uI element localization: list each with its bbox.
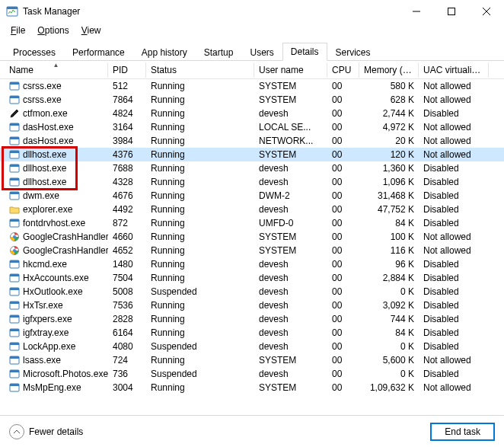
menu-options[interactable]: Options [33,24,73,37]
table-row[interactable]: igfxpers.exe2828Runningdevesh00744 KDisa… [0,312,504,326]
process-icon [9,163,20,174]
table-row[interactable]: hkcmd.exe1480Runningdevesh0096 KDisabled [0,257,504,271]
svg-rect-23 [10,219,19,222]
svg-rect-17 [10,164,19,167]
svg-rect-9 [10,96,19,98]
process-uac: Disabled [419,174,489,190]
table-row[interactable]: GoogleCrashHandler...4660RunningSYSTEM00… [0,230,504,244]
process-user: UMFD-0 [254,216,327,231]
process-memory: 2,884 K [359,270,419,286]
process-pid: 4376 [108,147,146,162]
process-name: dllhost.exe [23,177,66,187]
process-cpu: 00 [327,270,359,286]
svg-point-25 [13,235,16,238]
process-cpu: 00 [327,120,359,135]
process-user: devesh [254,257,327,272]
column-uac[interactable]: UAC virtualizat... [419,62,489,78]
process-user: SYSTEM [254,147,327,162]
process-icon [9,177,20,187]
tab-services[interactable]: Services [327,43,379,61]
table-row[interactable]: lsass.exe724RunningSYSTEM005,600 KNot al… [0,353,504,367]
process-memory: 2,744 K [359,106,419,121]
process-cpu: 00 [327,188,359,203]
table-row[interactable]: dllhost.exe7688Runningdevesh001,360 KDis… [0,161,504,175]
process-pid: 4492 [108,202,146,217]
tab-startup[interactable]: Startup [196,43,242,61]
column-memory[interactable]: Memory (a... [359,62,419,78]
process-memory: 5,600 K [359,353,419,368]
process-icon [9,204,20,215]
close-button[interactable] [469,0,504,23]
table-row[interactable]: dasHost.exe3984RunningNETWORK...0020 KNo… [0,134,504,148]
process-memory: 1,096 K [359,174,419,190]
tab-app-history[interactable]: App history [133,43,196,61]
column-status[interactable]: Status [146,62,254,78]
fewer-details-button[interactable]: Fewer details [9,424,83,439]
svg-rect-1 [7,7,18,9]
end-task-button[interactable]: End task [430,423,495,441]
process-name: ctfmon.exe [23,108,68,119]
table-row[interactable]: csrss.exe7864RunningSYSTEM00628 KNot all… [0,93,504,107]
process-memory: 0 K [359,284,419,299]
process-name: dasHost.exe [23,122,74,133]
process-pid: 3004 [108,380,146,395]
process-name: GoogleCrashHandler... [23,245,108,256]
table-row[interactable]: explorer.exe4492Runningdevesh0047,752 KD… [0,203,504,216]
process-pid: 3984 [108,133,146,148]
table-row[interactable]: LockApp.exe4080Suspendeddevesh000 KDisab… [0,340,504,353]
menu-view[interactable]: View [77,24,106,37]
process-list[interactable]: csrss.exe512RunningSYSTEM00580 KNot allo… [0,79,504,425]
table-row[interactable]: GoogleCrashHandler...4652RunningSYSTEM00… [0,244,504,257]
svg-rect-11 [10,123,19,126]
process-uac: Disabled [419,161,489,176]
process-status: Running [146,120,254,135]
titlebar: Task Manager [0,0,504,23]
table-row[interactable]: csrss.exe512RunningSYSTEM00580 KNot allo… [0,79,504,93]
column-pid[interactable]: PID [108,62,146,78]
column-cpu[interactable]: CPU [327,62,359,78]
svg-rect-21 [10,192,19,194]
process-cpu: 00 [327,243,359,258]
process-memory: 4,972 K [359,120,419,135]
column-user[interactable]: User name [254,62,327,78]
table-row[interactable]: dasHost.exe3164RunningLOCAL SE...004,972… [0,120,504,134]
process-name: MsMpEng.exe [23,382,81,393]
tab-details[interactable]: Details [282,43,327,61]
tab-users[interactable]: Users [241,43,282,61]
column-name[interactable]: ▲ Name [5,62,108,78]
tab-performance[interactable]: Performance [64,43,133,61]
process-name: explorer.exe [23,204,72,215]
svg-rect-37 [10,315,19,318]
table-row[interactable]: HxTsr.exe7536Runningdevesh003,092 KDisab… [0,299,504,312]
menubar: File Options View [0,23,504,38]
table-row[interactable]: dllhost.exe4376RunningSYSTEM00120 KNot a… [0,148,504,161]
table-row[interactable]: MsMpEng.exe3004RunningSYSTEM001,09,632 K… [0,381,504,394]
process-status: Suspended [146,284,254,299]
table-row[interactable]: Microsoft.Photos.exe736Suspendeddevesh00… [0,367,504,381]
table-row[interactable]: HxOutlook.exe5008Suspendeddevesh000 KDis… [0,285,504,299]
table-row[interactable]: igfxtray.exe6164Runningdevesh0084 KDisab… [0,326,504,340]
process-status: Running [146,133,254,148]
tab-processes[interactable]: Processes [5,43,64,61]
svg-rect-15 [10,151,19,153]
svg-rect-31 [10,274,19,276]
process-uac: Not allowed [419,92,489,107]
process-name: HxAccounts.exe [23,273,89,283]
process-uac: Disabled [419,216,489,231]
process-memory: 120 K [359,147,419,162]
table-row[interactable]: HxAccounts.exe7504Runningdevesh002,884 K… [0,271,504,285]
maximize-button[interactable] [434,0,469,23]
process-pid: 7688 [108,161,146,176]
table-row[interactable]: dllhost.exe4328Runningdevesh001,096 KDis… [0,175,504,189]
table-row[interactable]: dwm.exe4676RunningDWM-20031,468 KDisable… [0,189,504,203]
table-row[interactable]: fontdrvhost.exe872RunningUMFD-00084 KDis… [0,216,504,230]
process-icon [9,108,20,119]
process-memory: 96 K [359,257,419,272]
process-uac: Not allowed [419,133,489,148]
sort-ascending-icon: ▲ [53,62,59,69]
process-pid: 4824 [108,106,146,121]
process-user: DWM-2 [254,188,327,203]
minimize-button[interactable] [399,0,434,23]
menu-file[interactable]: File [6,24,30,37]
table-row[interactable]: ctfmon.exe4824Runningdevesh002,744 KDisa… [0,107,504,120]
